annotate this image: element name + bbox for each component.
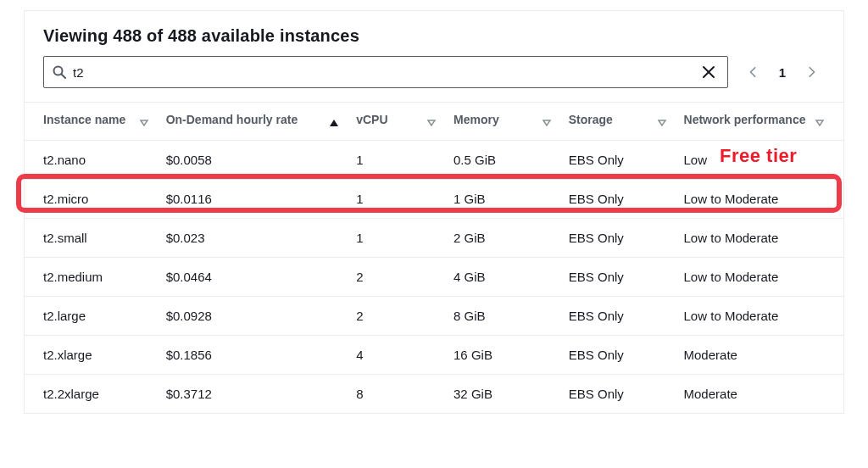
sort-icon [657,118,667,128]
cell-vcpu: 1 [348,179,445,218]
col-header-name[interactable]: Instance name [25,103,158,141]
cell-rate: $0.0058 [158,140,348,179]
page: Viewing 488 of 488 available instances [0,0,868,414]
chevron-right-icon [805,66,817,78]
table-row[interactable]: t2.micro$0.011611 GiBEBS OnlyLow to Mode… [25,179,843,218]
cell-name: t2.micro [25,179,158,218]
cell-memory: 32 GiB [445,374,560,413]
instances-panel: Viewing 488 of 488 available instances [24,10,844,414]
cell-network: Low [676,140,843,179]
table-row[interactable]: t2.2xlarge$0.3712832 GiBEBS OnlyModerate [25,374,843,413]
sort-icon [542,118,552,128]
svg-marker-8 [659,120,665,125]
sort-icon [815,118,825,128]
cell-storage: EBS Only [560,218,676,257]
col-header-storage[interactable]: Storage [560,103,676,141]
svg-marker-6 [428,120,435,125]
cell-memory: 0.5 GiB [445,140,560,179]
cell-name: t2.small [25,218,158,257]
cell-memory: 2 GiB [445,218,560,257]
search-input[interactable] [66,65,698,80]
svg-marker-9 [816,120,823,125]
next-page-button[interactable] [798,58,825,86]
cell-network: Low to Moderate [676,296,843,335]
sort-asc-icon [329,118,339,128]
cell-storage: EBS Only [560,374,676,413]
cell-network: Low to Moderate [676,179,843,218]
table-row[interactable]: t2.xlarge$0.1856416 GiBEBS OnlyModerate [25,335,843,374]
cell-vcpu: 4 [348,335,445,374]
cell-name: t2.2xlarge [25,374,158,413]
cell-network: Low to Moderate [676,218,843,257]
current-page: 1 [772,65,793,80]
close-icon [702,65,715,79]
sort-icon [426,118,437,128]
col-header-label: Storage [569,113,613,128]
cell-name: t2.nano [25,140,158,179]
cell-rate: $0.023 [158,218,348,257]
col-header-vcpu[interactable]: vCPU [348,103,445,141]
cell-rate: $0.0928 [158,296,348,335]
cell-vcpu: 2 [348,257,445,296]
cell-vcpu: 8 [348,374,445,413]
table-row[interactable]: t2.large$0.092828 GiBEBS OnlyLow to Mode… [25,296,843,335]
instances-table: Instance name On-Demand hourly rate [25,102,843,414]
cell-memory: 8 GiB [445,296,560,335]
sort-icon [139,118,149,128]
cell-rate: $0.0116 [158,179,348,218]
col-header-label: Network performance [684,113,806,128]
col-header-rate[interactable]: On-Demand hourly rate [158,103,348,141]
cell-rate: $0.3712 [158,374,348,413]
cell-memory: 16 GiB [445,335,560,374]
cell-memory: 4 GiB [445,257,560,296]
cell-storage: EBS Only [560,179,676,218]
cell-rate: $0.1856 [158,335,348,374]
col-header-label: vCPU [356,113,387,128]
cell-network: Low to Moderate [676,257,843,296]
table-row[interactable]: t2.medium$0.046424 GiBEBS OnlyLow to Mod… [25,257,843,296]
cell-storage: EBS Only [560,296,676,335]
panel-title: Viewing 488 of 488 available instances [43,26,825,46]
pagination: 1 [740,58,825,86]
panel-header: Viewing 488 of 488 available instances [25,11,843,56]
cell-network: Moderate [676,374,843,413]
cell-storage: EBS Only [560,257,676,296]
cell-vcpu: 1 [348,140,445,179]
col-header-label: Memory [453,113,499,128]
cell-name: t2.medium [25,257,158,296]
table-row[interactable]: t2.nano$0.005810.5 GiBEBS OnlyLow [25,140,843,179]
table-row[interactable]: t2.small$0.02312 GiBEBS OnlyLow to Moder… [25,218,843,257]
svg-marker-7 [543,120,550,125]
cell-name: t2.xlarge [25,335,158,374]
table-header-row: Instance name On-Demand hourly rate [25,103,843,141]
cell-storage: EBS Only [560,335,676,374]
col-header-network[interactable]: Network performance [676,103,843,141]
cell-vcpu: 1 [348,218,445,257]
clear-search-button[interactable] [698,62,719,82]
search-box[interactable] [43,56,728,88]
cell-name: t2.large [25,296,158,335]
cell-memory: 1 GiB [445,179,560,218]
search-icon [53,65,66,79]
cell-vcpu: 2 [348,296,445,335]
toolbar: 1 [25,56,843,102]
col-header-label: Instance name [43,113,125,128]
col-header-memory[interactable]: Memory [445,103,560,141]
cell-network: Moderate [676,335,843,374]
cell-storage: EBS Only [560,140,676,179]
col-header-label: On-Demand hourly rate [166,113,298,128]
svg-marker-5 [330,120,338,126]
svg-line-1 [62,75,66,79]
svg-marker-4 [141,120,147,125]
prev-page-button[interactable] [740,58,767,86]
chevron-left-icon [748,66,760,78]
cell-rate: $0.0464 [158,257,348,296]
